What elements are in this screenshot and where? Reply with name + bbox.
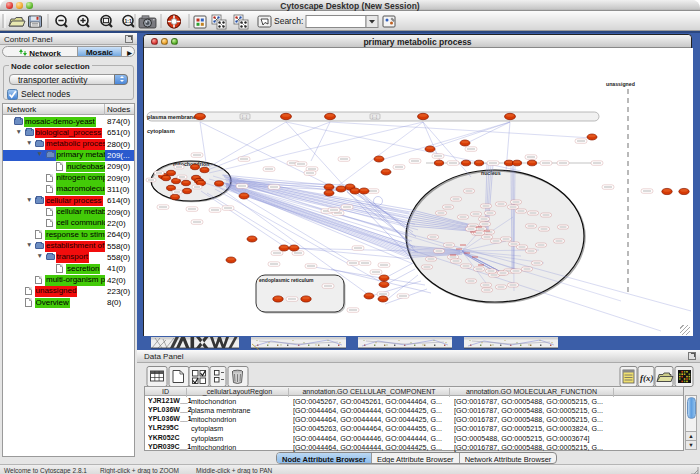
svg-text:f(x): f(x) [640, 373, 654, 383]
svg-text:Search:: Search: [274, 16, 303, 26]
svg-text:plasma membrane: plasma membrane [147, 114, 196, 120]
svg-text:endoplasmic reticulum: endoplasmic reticulum [259, 277, 314, 283]
svg-text:1:1: 1:1 [125, 18, 132, 24]
svg-text:cytoplasm: cytoplasm [147, 128, 175, 134]
svg-text:[...]: [...] [372, 115, 377, 119]
svg-text:[...]: [...] [242, 115, 247, 119]
svg-text:unassigned: unassigned [606, 81, 635, 87]
